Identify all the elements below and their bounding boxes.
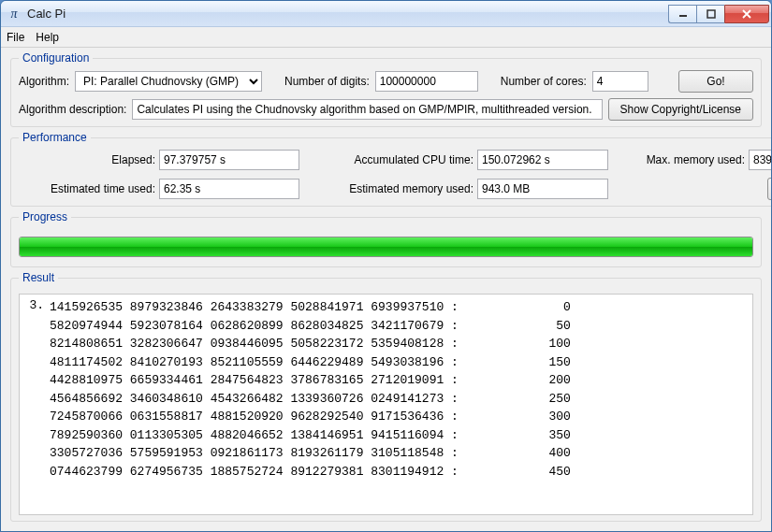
cores-input[interactable] xyxy=(592,71,648,92)
close-button[interactable] xyxy=(724,5,769,23)
est-time-value xyxy=(159,179,299,199)
progress-bar xyxy=(19,237,753,257)
content-area: Configuration Algorithm: PI: Parallel Ch… xyxy=(1,48,771,531)
configuration-legend: Configuration xyxy=(19,51,93,65)
result-line: 4428810975 6659334461 2847564823 3786783… xyxy=(50,371,749,390)
result-legend: Result xyxy=(19,271,58,284)
titlebar[interactable]: π Calc Pi xyxy=(1,1,771,27)
benchmark-button[interactable]: Benchmark! xyxy=(767,178,771,200)
max-mem-value xyxy=(749,150,771,170)
digits-label: Number of digits: xyxy=(284,75,370,88)
svg-rect-1 xyxy=(707,10,715,18)
cores-label: Number of cores: xyxy=(501,75,587,88)
maximize-button[interactable] xyxy=(696,5,724,23)
result-line: 3305727036 5759591953 0921861173 8193261… xyxy=(50,444,749,463)
est-time-label: Estimated time used: xyxy=(19,182,159,195)
progress-fill xyxy=(20,237,752,256)
result-line: 8214808651 3282306647 0938446095 5058223… xyxy=(50,335,749,353)
result-prefix: 3. xyxy=(20,295,46,514)
result-group: Result 3. 1415926535 8979323846 26433832… xyxy=(10,271,762,522)
cpu-time-value xyxy=(477,150,608,170)
result-line: 4564856692 3460348610 4543266482 1339360… xyxy=(50,390,749,409)
performance-legend: Performance xyxy=(19,131,91,144)
est-mem-value xyxy=(477,179,608,199)
result-line: 4811174502 8410270193 8521105559 6446229… xyxy=(50,353,749,372)
result-line: 1415926535 8979323846 2643383279 5028841… xyxy=(50,298,749,317)
cpu-time-label: Accumulated CPU time: xyxy=(337,153,477,166)
window-controls xyxy=(668,5,769,23)
window-title: Calc Pi xyxy=(27,7,668,21)
elapsed-label: Elapsed: xyxy=(19,153,159,166)
algo-desc-label: Algorithm description: xyxy=(19,103,126,116)
progress-legend: Progress xyxy=(19,210,71,223)
configuration-group: Configuration Algorithm: PI: Parallel Ch… xyxy=(10,51,762,127)
algorithm-label: Algorithm: xyxy=(19,75,69,88)
result-line: 7245870066 0631558817 4881520920 9628292… xyxy=(50,408,749,426)
result-lines[interactable]: 1415926535 8979323846 2643383279 5028841… xyxy=(46,295,752,514)
digits-input[interactable] xyxy=(375,71,478,92)
result-line: 0744623799 6274956735 1885752724 8912279… xyxy=(50,463,749,482)
progress-group: Progress xyxy=(10,210,762,267)
result-line: 5820974944 5923078164 0628620899 8628034… xyxy=(50,317,749,336)
elapsed-value xyxy=(159,150,299,170)
result-line: 7892590360 0113305305 4882046652 1384146… xyxy=(50,426,749,445)
est-mem-label: Estimated memory used: xyxy=(337,182,477,195)
algo-desc-value xyxy=(132,99,602,120)
menu-file[interactable]: File xyxy=(7,31,24,44)
menubar: File Help xyxy=(1,27,771,48)
algorithm-select[interactable]: PI: Parallel Chudnovsky (GMP) xyxy=(75,71,262,92)
pi-icon: π xyxy=(7,7,22,22)
svg-rect-0 xyxy=(679,15,687,17)
show-license-button[interactable]: Show Copyright/License xyxy=(608,98,753,121)
result-textbox[interactable]: 3. 1415926535 8979323846 2643383279 5028… xyxy=(19,294,753,515)
minimize-button[interactable] xyxy=(668,5,696,23)
max-mem-label: Max. memory used: xyxy=(627,153,749,166)
main-window: π Calc Pi File Help Configuration Algori… xyxy=(0,0,772,532)
performance-group: Performance Elapsed: Accumulated CPU tim… xyxy=(10,131,771,207)
go-button[interactable]: Go! xyxy=(678,70,753,93)
menu-help[interactable]: Help xyxy=(36,31,59,44)
